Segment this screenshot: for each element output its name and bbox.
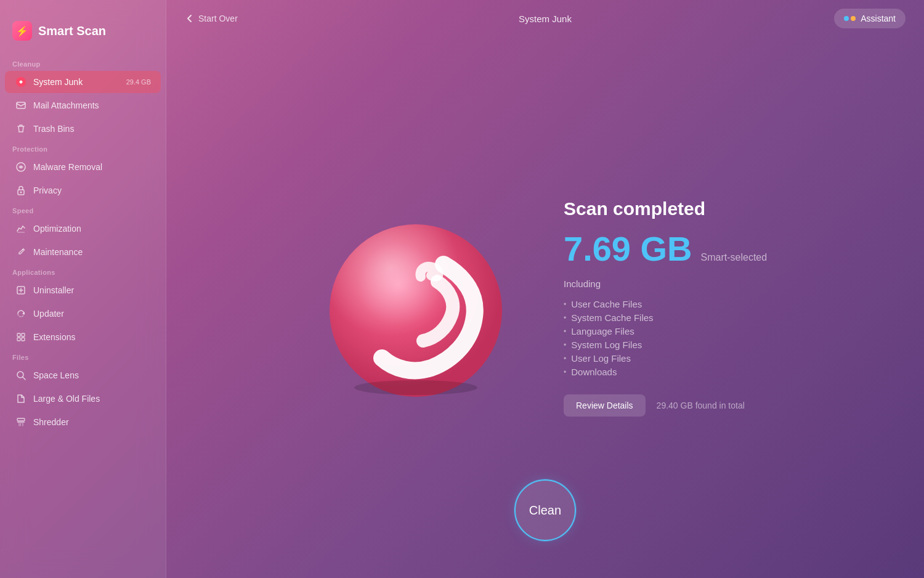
file-item-user-log: User Log Files [564,353,773,364]
svg-rect-13 [17,418,25,421]
system-junk-badge: 29.4 GB [126,78,151,86]
start-over-label: Start Over [198,14,238,23]
uninstaller-icon [15,284,27,296]
review-details-button[interactable]: Review Details [564,394,646,417]
trash-bins-label: Trash Bins [33,124,151,134]
logo-container [317,209,514,406]
file-item-language: Language Files [564,326,773,336]
file-item-downloads: Downloads [564,367,773,377]
space-lens-label: Space Lens [33,370,151,380]
svg-rect-10 [17,338,20,341]
sidebar-item-space-lens[interactable]: Space Lens [5,364,161,386]
assistant-label: Assistant [861,14,896,23]
dot-orange [851,16,856,21]
assistant-button[interactable]: Assistant [834,9,906,28]
sidebar-item-system-junk[interactable]: System Junk 29.4 GB [5,71,161,93]
space-lens-icon [15,369,27,381]
sidebar-section-applications: Applications [0,264,166,279]
result-panel: Scan completed 7.69 GB Smart-selected In… [564,198,773,417]
sidebar-item-extensions[interactable]: Extensions [5,326,161,348]
malware-removal-label: Malware Removal [33,162,151,172]
svg-rect-9 [22,333,25,336]
svg-rect-1 [17,102,25,108]
size-number: 7.69 GB [564,232,692,266]
uninstaller-label: Uninstaller [33,285,151,295]
shredder-icon [15,416,27,428]
optimization-label: Optimization [33,224,151,234]
sidebar-item-mail-attachments[interactable]: Mail Attachments [5,94,161,116]
found-total-text: 29.40 GB found in total [657,401,745,410]
file-item-system-log: System Log Files [564,340,773,350]
trash-bins-icon [15,123,27,135]
privacy-label: Privacy [33,185,151,195]
extensions-label: Extensions [33,332,151,342]
dot-blue [844,16,849,21]
sidebar-item-trash-bins[interactable]: Trash Bins [5,118,161,140]
svg-point-3 [20,166,22,168]
smart-scan-label: Smart Scan [38,24,106,38]
file-item-user-cache: User Cache Files [564,299,773,309]
sidebar-item-privacy[interactable]: Privacy [5,179,161,201]
sidebar-section-speed: Speed [0,202,166,217]
system-junk-label: System Junk [33,77,120,87]
svg-point-5 [20,192,22,193]
svg-point-17 [354,380,477,395]
header-title: System Junk [519,14,572,24]
sidebar-item-malware-removal[interactable]: Malware Removal [5,156,161,178]
file-list: User Cache Files System Cache Files Lang… [564,299,773,377]
sidebar-item-shredder[interactable]: Shredder [5,411,161,433]
shredder-label: Shredder [33,417,151,427]
mail-attachments-icon [15,99,27,112]
large-old-files-icon [15,393,27,405]
privacy-icon [15,184,27,197]
optimization-icon [15,222,27,235]
sidebar: ⚡ Smart Scan Cleanup System Junk 29.4 GB… [0,0,166,578]
smart-selected-label: Smart-selected [701,252,768,263]
updater-icon [15,307,27,320]
sidebar-item-smart-scan[interactable]: ⚡ Smart Scan [0,12,166,49]
app-logo [317,209,514,406]
back-arrow-icon [185,14,195,23]
updater-label: Updater [33,309,151,319]
svg-rect-11 [22,338,25,341]
system-junk-icon [15,76,27,88]
sidebar-section-cleanup: Cleanup [0,55,166,70]
clean-button-container: Clean [166,479,924,541]
smart-scan-icon: ⚡ [12,21,32,41]
sidebar-section-protection: Protection [0,140,166,155]
extensions-icon [15,331,27,343]
scan-completed-title: Scan completed [564,198,773,219]
sidebar-item-optimization[interactable]: Optimization [5,218,161,240]
sidebar-item-maintenance[interactable]: Maintenance [5,241,161,263]
sidebar-item-updater[interactable]: Updater [5,303,161,325]
including-label: Including [564,279,773,289]
maintenance-label: Maintenance [33,247,151,257]
sidebar-item-uninstaller[interactable]: Uninstaller [5,279,161,301]
header: Start Over System Junk Assistant [166,0,924,37]
clean-button[interactable]: Clean [514,479,576,541]
malware-removal-icon [15,161,27,173]
file-item-system-cache: System Cache Files [564,312,773,323]
sidebar-section-files: Files [0,349,166,364]
mail-attachments-label: Mail Attachments [33,100,151,110]
svg-rect-8 [17,333,20,336]
maintenance-icon [15,246,27,258]
sidebar-item-large-old-files[interactable]: Large & Old Files [5,388,161,410]
large-old-files-label: Large & Old Files [33,394,151,404]
start-over-button[interactable]: Start Over [185,14,238,23]
assistant-dots [844,16,856,21]
size-row: 7.69 GB Smart-selected [564,232,773,266]
review-row: Review Details 29.40 GB found in total [564,394,773,417]
